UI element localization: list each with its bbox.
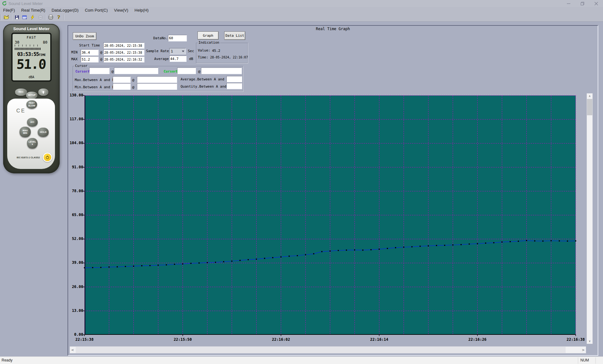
vertical-scroll-thumb[interactable]: [587, 99, 592, 115]
sample-rate-dropdown[interactable]: 1: [169, 48, 186, 54]
x-tick-label: 22:15:50: [169, 337, 197, 342]
data-point-marker: [108, 266, 110, 268]
restore-button[interactable]: [575, 0, 589, 7]
minimize-button[interactable]: [562, 0, 575, 7]
data-point-marker: [133, 265, 134, 267]
ce-mark: CE: [16, 108, 26, 114]
device-brand: Sound Level Meter: [3, 26, 60, 31]
close-button[interactable]: [589, 0, 603, 7]
lcd-time-label: TIME: [39, 53, 46, 57]
graph-tab-button[interactable]: Graph: [198, 31, 219, 40]
menu-item-help[interactable]: Help(H): [131, 8, 152, 13]
cursor-a-value-field[interactable]: [89, 68, 110, 74]
data-no-field[interactable]: [168, 35, 187, 41]
x-tick-label: 22:16:38: [562, 337, 590, 342]
scroll-right-arrow[interactable]: >: [581, 347, 586, 353]
data-point-marker: [436, 245, 437, 246]
cursor-a-time-field[interactable]: [114, 68, 158, 74]
max-between-time-field[interactable]: [137, 76, 177, 83]
device-setup-button: SETUP: [26, 92, 37, 99]
device-fast-slow-button: FASTSLOW: [26, 100, 37, 109]
y-tick-label: 39.00: [68, 260, 83, 265]
scroll-up-arrow[interactable]: ∧: [587, 94, 592, 99]
data-point-marker: [174, 263, 175, 265]
open-button[interactable]: [3, 14, 10, 21]
stop-button[interactable]: [36, 14, 44, 21]
min-time-field[interactable]: [103, 49, 144, 56]
datalogger-button[interactable]: [21, 14, 29, 21]
average-field[interactable]: [169, 56, 187, 62]
vertical-scrollbar[interactable]: ∧ ∨: [587, 93, 593, 344]
data-point-marker: [223, 261, 224, 262]
qty-between-value-field[interactable]: [226, 83, 242, 89]
lightning-icon: [30, 15, 35, 20]
indication-value-label: Value:: [198, 48, 210, 52]
data-no-label: DataNo.: [153, 36, 168, 40]
data-point-marker: [485, 242, 486, 244]
min-value-field[interactable]: [81, 49, 99, 56]
lcd-bargraph: [15, 48, 41, 50]
y-tick-label: 52.00: [68, 236, 83, 241]
app-window: Sound Level Meter File(F) Real Time(R) D…: [0, 0, 603, 364]
cursor-b-time-field[interactable]: [201, 68, 242, 74]
data-point-marker: [84, 267, 85, 269]
menu-item-file[interactable]: File(F): [0, 8, 18, 13]
data-point-marker: [141, 265, 142, 266]
avg-between-value-field[interactable]: [226, 76, 242, 82]
max-time-field[interactable]: [103, 56, 144, 62]
minimize-icon: [567, 2, 570, 5]
real-time-start-button[interactable]: [29, 14, 36, 21]
data-point-marker: [354, 249, 355, 251]
device-certification: IEC 61672-1 CLASS2: [9, 156, 47, 159]
average-label: Average: [154, 57, 169, 61]
horizontal-scrollbar[interactable]: < >: [70, 346, 586, 353]
min-between-value-field[interactable]: [113, 83, 131, 90]
min-between-time-field[interactable]: [137, 83, 177, 90]
data-point-marker: [452, 244, 454, 246]
device-ac-button: A/C: [27, 118, 38, 127]
data-point-marker: [305, 254, 306, 255]
scroll-down-arrow[interactable]: ∨: [587, 339, 592, 344]
horizontal-scroll-thumb[interactable]: [76, 347, 566, 353]
max-value-field[interactable]: [81, 56, 99, 62]
data-point-marker: [501, 242, 503, 243]
data-point-marker: [321, 251, 323, 252]
data-point-marker: [420, 246, 421, 247]
bulb-icon: [41, 90, 45, 94]
start-time-field[interactable]: [103, 42, 144, 49]
min-label: MIN: [71, 50, 78, 54]
data-point-marker: [518, 241, 519, 242]
data-point-marker: [149, 265, 150, 266]
data-point-marker: [477, 243, 478, 244]
menu-item-datalogger[interactable]: DataLogger(D): [48, 8, 82, 13]
print-button[interactable]: [47, 14, 55, 21]
toolbar-separator: [45, 14, 46, 20]
sound-level-meter-device: Sound Level Meter FAST 30 80 03:53:55TIM…: [3, 24, 60, 173]
scroll-left-arrow[interactable]: <: [70, 347, 75, 353]
toolbar-grip: [1, 14, 2, 20]
menu-item-com-port[interactable]: Com Port(C): [82, 8, 111, 13]
device-backlight-button: [38, 89, 48, 96]
help-button[interactable]: ?: [55, 14, 62, 21]
max-between-value-field[interactable]: [113, 76, 131, 83]
average-unit: dB: [189, 57, 193, 61]
toolbar-separator: [63, 14, 64, 20]
real-time-plot[interactable]: [84, 95, 576, 335]
statusbar-separator: [595, 357, 596, 364]
lcd-unit: dBA: [13, 75, 50, 79]
y-tick-label: 26.00: [68, 285, 83, 289]
save-button[interactable]: [13, 14, 21, 21]
x-tick-label: 22:15:38: [70, 337, 99, 342]
undo-zoom-button[interactable]: UnDo Zoom: [73, 32, 96, 40]
toolbar-separator: [11, 14, 12, 20]
data-point-marker: [190, 263, 192, 264]
menu-item-real-time[interactable]: Real Time(R): [18, 8, 49, 13]
avg-between-label: Average.Between A and B: [181, 77, 228, 81]
menu-item-view[interactable]: View(V): [111, 8, 131, 13]
data-list-tab-button[interactable]: Data List: [224, 31, 245, 40]
data-point-marker: [575, 240, 576, 242]
open-folder-icon: [4, 15, 9, 20]
data-point-marker: [198, 262, 200, 263]
cursor-b-value-field[interactable]: [177, 68, 196, 74]
data-point-marker: [493, 242, 494, 243]
